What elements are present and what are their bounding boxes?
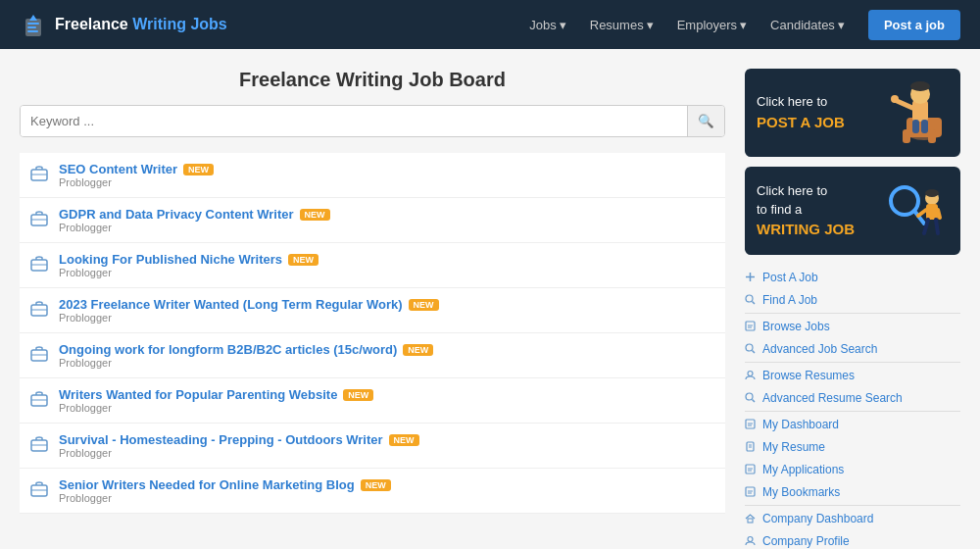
nav-jobs[interactable]: Jobs ▾ <box>529 18 565 32</box>
main-content: Freelance Writing Job Board 🔍 SEO Conten… <box>0 49 980 549</box>
svg-rect-35 <box>926 204 938 220</box>
job-title-link[interactable]: SEO Content Writer NEW <box>59 162 715 176</box>
job-briefcase-icon <box>29 390 49 412</box>
job-list: SEO Content Writer NEW Problogger GDPR a… <box>20 153 725 514</box>
quick-link-label: My Bookmarks <box>762 485 840 499</box>
quick-links: Post A Job Find A Job Browse Jobs Advanc… <box>745 267 960 549</box>
find-job-ad-text: Click here to to find a WRITING JOB <box>757 182 855 238</box>
quick-link-item[interactable]: Browse Resumes <box>745 365 960 387</box>
new-badge: NEW <box>389 434 419 446</box>
job-list-item: Writers Wanted for Popular Parenting Web… <box>20 378 725 424</box>
svg-point-26 <box>910 81 930 91</box>
job-briefcase-icon <box>29 210 49 231</box>
job-briefcase-icon <box>29 435 49 457</box>
job-info: SEO Content Writer NEW Problogger <box>59 162 715 188</box>
svg-rect-22 <box>903 129 910 143</box>
job-info: 2023 Freelance Writer Wanted (Long Term … <box>59 297 715 324</box>
job-company: Problogger <box>59 176 715 188</box>
job-company: Problogger <box>59 312 715 324</box>
search-bar: 🔍 <box>20 105 725 137</box>
nav-candidates[interactable]: Candidates ▾ <box>770 18 845 32</box>
job-info: GDPR and Data Privacy Content Writer NEW… <box>59 207 715 233</box>
quick-link-item[interactable]: Browse Jobs <box>745 316 960 338</box>
jobs-chevron-icon: ▾ <box>560 18 566 32</box>
svg-rect-64 <box>748 519 753 523</box>
quick-link-label: Browse Resumes <box>762 369 855 382</box>
quick-link-item[interactable]: Post A Job <box>745 267 960 289</box>
job-info: Ongoing work for longform B2B/B2C articl… <box>59 342 715 369</box>
new-badge: NEW <box>288 254 318 266</box>
search-input[interactable] <box>21 106 687 136</box>
quick-link-icon <box>745 392 757 405</box>
svg-point-28 <box>891 95 899 103</box>
quick-link-icon <box>745 513 757 525</box>
svg-line-43 <box>753 301 756 304</box>
job-title-link[interactable]: Looking For Published Niche Writers NEW <box>59 252 715 267</box>
svg-line-37 <box>938 210 940 218</box>
quick-link-item[interactable]: Advanced Job Search <box>745 338 960 363</box>
new-badge: NEW <box>409 299 439 311</box>
quick-link-item[interactable]: My Bookmarks <box>745 481 960 506</box>
job-briefcase-icon <box>29 165 49 186</box>
job-briefcase-icon <box>29 345 49 367</box>
job-info: Looking For Published Niche Writers NEW … <box>59 252 715 278</box>
job-list-item: Ongoing work for longform B2B/B2C articl… <box>20 333 725 378</box>
find-job-banner[interactable]: Click here to to find a WRITING JOB <box>745 167 960 255</box>
main-nav: Jobs ▾ Resumes ▾ Employers ▾ Candidates … <box>529 10 960 40</box>
quick-link-icon <box>745 370 757 382</box>
quick-link-icon <box>745 343 757 356</box>
quick-link-item[interactable]: Company Dashboard <box>745 508 960 530</box>
new-badge: NEW <box>343 389 373 401</box>
job-list-item: Survival - Homesteading - Prepping - Out… <box>20 424 725 469</box>
candidates-chevron-icon: ▾ <box>838 18 845 32</box>
quick-link-label: Company Dashboard <box>762 512 873 525</box>
job-title-link[interactable]: Writers Wanted for Popular Parenting Web… <box>59 387 715 402</box>
header: Freelance Writing Jobs Jobs ▾ Resumes ▾ … <box>0 0 980 49</box>
nav-resumes[interactable]: Resumes ▾ <box>590 18 654 32</box>
quick-link-item[interactable]: Find A Job <box>745 289 960 314</box>
svg-point-50 <box>746 393 753 400</box>
quick-link-item[interactable]: Advanced Resume Search <box>745 387 960 412</box>
new-badge: NEW <box>403 344 433 356</box>
job-title-link[interactable]: Ongoing work for longform B2B/B2C articl… <box>59 342 715 357</box>
post-job-banner[interactable]: Click here to POST A JOB <box>745 69 960 157</box>
svg-point-34 <box>925 189 939 197</box>
find-job-figure-icon <box>885 176 949 245</box>
job-company: Problogger <box>59 402 715 414</box>
svg-rect-3 <box>27 30 38 32</box>
quick-link-item[interactable]: My Dashboard <box>745 414 960 436</box>
quick-link-item[interactable]: Company Profile <box>745 530 960 549</box>
job-list-item: 2023 Freelance Writer Wanted (Long Term … <box>20 288 725 333</box>
job-title-link[interactable]: Senior Writers Needed for Online Marketi… <box>59 477 715 492</box>
new-badge: NEW <box>361 479 391 491</box>
post-job-ad-text: Click here to POST A JOB <box>757 93 845 131</box>
svg-line-36 <box>918 210 926 216</box>
svg-point-49 <box>748 371 753 375</box>
resumes-chevron-icon: ▾ <box>647 18 654 32</box>
job-list-item: SEO Content Writer NEW Problogger <box>20 153 725 198</box>
quick-link-icon <box>745 419 757 431</box>
job-title-link[interactable]: GDPR and Data Privacy Content Writer NEW <box>59 207 715 222</box>
svg-line-48 <box>753 350 756 353</box>
job-title-link[interactable]: 2023 Freelance Writer Wanted (Long Term … <box>59 297 715 312</box>
quick-link-item[interactable]: My Applications <box>745 459 960 481</box>
svg-line-51 <box>753 399 756 402</box>
svg-rect-30 <box>921 120 928 133</box>
header-post-job-button[interactable]: Post a job <box>868 10 960 40</box>
new-badge: NEW <box>183 164 214 175</box>
quick-link-item[interactable]: My Resume <box>745 436 960 459</box>
logo-icon <box>20 11 47 38</box>
quick-link-label: Post A Job <box>762 271 818 284</box>
job-list-item: Senior Writers Needed for Online Marketi… <box>20 469 725 514</box>
quick-link-icon <box>745 441 757 454</box>
quick-link-label: My Dashboard <box>762 418 839 431</box>
quick-link-label: Advanced Resume Search <box>762 391 903 405</box>
svg-rect-29 <box>912 120 919 133</box>
job-title-link[interactable]: Survival - Homesteading - Prepping - Out… <box>59 432 715 447</box>
job-list-item: Looking For Published Niche Writers NEW … <box>20 243 725 288</box>
nav-employers[interactable]: Employers ▾ <box>677 18 747 32</box>
quick-link-label: Company Profile <box>762 534 850 548</box>
svg-point-42 <box>746 295 753 302</box>
search-button[interactable]: 🔍 <box>687 106 724 136</box>
content-area: Freelance Writing Job Board 🔍 SEO Conten… <box>20 69 725 529</box>
